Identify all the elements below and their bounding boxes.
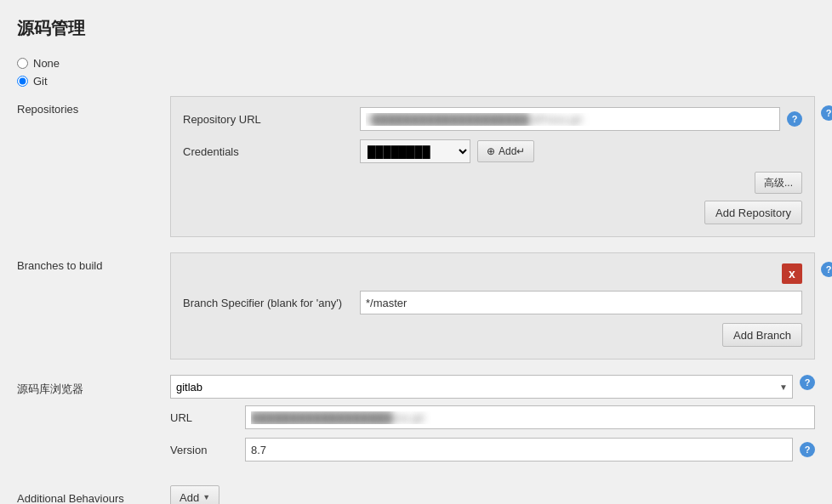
source-browser-label: 源码库浏览器 (17, 375, 170, 397)
additional-dropdown-arrow-icon: ▼ (202, 493, 210, 501)
source-browser-url-row: URL (170, 405, 815, 429)
source-browser-select[interactable]: gitlab gitblit github bitbucket gitiles … (170, 375, 793, 399)
radio-none-row: None (17, 57, 815, 70)
repositories-section: Repositories ? Repository URL ? Credenti… (17, 96, 815, 237)
branches-label: Branches to build (17, 252, 170, 272)
add-repository-button[interactable]: Add Repository (704, 201, 802, 224)
additional-add-label: Add (180, 491, 199, 504)
repository-url-row: Repository URL ? (183, 107, 802, 131)
repositories-label: Repositories (17, 96, 170, 116)
version-label: Version (170, 444, 238, 456)
source-browser-url-section: URL Version ? (17, 405, 815, 470)
radio-none[interactable] (17, 58, 28, 69)
advanced-button[interactable]: 高级... (755, 172, 802, 194)
repository-url-input[interactable] (360, 107, 780, 131)
branch-specifier-label: Branch Specifier (blank for 'any') (183, 297, 353, 309)
radio-none-label[interactable]: None (33, 57, 60, 70)
page-title: 源码管理 (17, 17, 815, 40)
repository-url-help-icon[interactable]: ? (787, 111, 802, 127)
add-branch-row: Add Branch (183, 323, 802, 347)
url-label: URL (170, 411, 238, 424)
radio-git-row: Git (17, 75, 815, 88)
branches-help-icon[interactable]: ? (821, 262, 832, 277)
credentials-label: Credentials (183, 145, 353, 158)
source-browser-help-icon[interactable]: ? (800, 375, 815, 390)
source-browser-version-row: Version ? (170, 438, 815, 462)
add-credentials-button[interactable]: ⊕ Add↵ (477, 140, 534, 162)
add-credentials-icon: ⊕ (487, 145, 495, 157)
version-input[interactable] (245, 438, 793, 462)
credentials-select[interactable]: ████████ (360, 139, 470, 163)
credentials-row: Credentials ████████ ⊕ Add↵ (183, 139, 802, 163)
additional-behaviours-label: Additional Behaviours (17, 485, 170, 504)
add-repository-row: Add Repository (183, 201, 802, 224)
branches-section: Branches to build ? x Branch Specifier (… (17, 252, 815, 360)
advanced-row: 高级... (183, 172, 802, 194)
additional-behaviours-section: Additional Behaviours Add ▼ (17, 485, 815, 504)
additional-add-button[interactable]: Add ▼ (170, 485, 219, 504)
url-input[interactable] (245, 405, 815, 429)
radio-git-label[interactable]: Git (33, 75, 48, 88)
branch-specifier-row: Branch Specifier (blank for 'any') (183, 291, 802, 314)
add-branch-button[interactable]: Add Branch (722, 323, 802, 347)
add-credentials-label: Add↵ (499, 145, 525, 157)
source-browser-url-spacer (17, 405, 170, 412)
version-help-icon[interactable]: ? (800, 442, 815, 457)
source-browser-select-wrapper: gitlab gitblit github bitbucket gitiles … (170, 375, 793, 399)
delete-branch-button[interactable]: x (782, 263, 802, 284)
repository-url-label: Repository URL (183, 113, 353, 126)
repositories-help-icon[interactable]: ? (821, 105, 832, 121)
radio-git[interactable] (17, 76, 28, 87)
source-browser-section: 源码库浏览器 gitlab gitblit github bitbucket g… (17, 375, 815, 399)
branch-specifier-input[interactable] (360, 291, 802, 314)
credentials-controls: ████████ ⊕ Add↵ (360, 139, 534, 163)
branch-header: x (183, 263, 802, 284)
